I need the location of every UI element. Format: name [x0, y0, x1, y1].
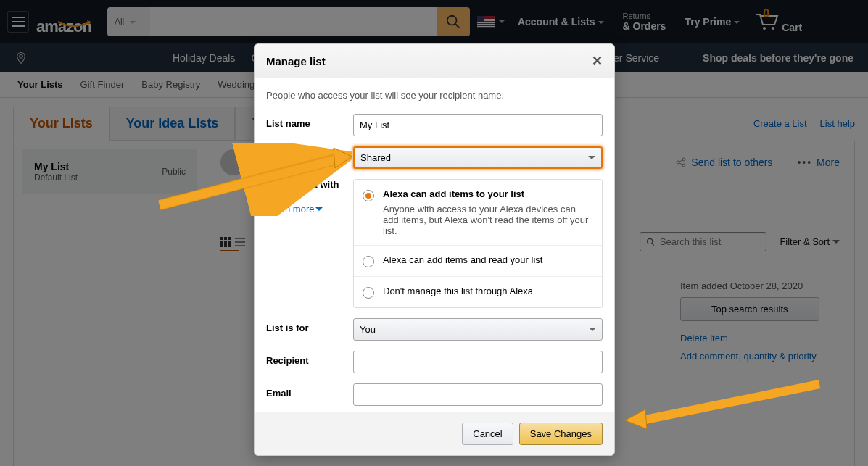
radio-icon[interactable]: [363, 190, 374, 201]
list-name-input[interactable]: [353, 114, 603, 136]
modal-footer: Cancel Save Changes: [255, 412, 614, 455]
save-button[interactable]: Save Changes: [519, 423, 603, 445]
alexa-options: Alexa can add items to your list Anyone …: [353, 179, 603, 308]
list-for-label: List is for: [266, 318, 353, 333]
recipient-label: Recipient: [266, 351, 353, 366]
privacy-dropdown[interactable]: Shared: [353, 146, 603, 169]
modal-header: Manage list ✕: [255, 44, 614, 78]
radio-icon[interactable]: [363, 287, 374, 299]
email-input[interactable]: [353, 383, 603, 406]
email-label: Email: [266, 383, 353, 399]
modal-desc: People who access your list will see you…: [266, 90, 603, 101]
manage-list-modal: Manage list ✕ People who access your lis…: [254, 43, 615, 456]
chevron-down-icon: [589, 328, 596, 331]
chevron-down-icon: [315, 207, 323, 211]
alexa-option-none[interactable]: Don't manage this list through Alexa: [354, 277, 602, 307]
cancel-button[interactable]: Cancel: [462, 423, 513, 445]
alexa-label: Manage list with Alexa: [266, 179, 353, 201]
alexa-option-add-read[interactable]: Alexa can add items and read your list: [354, 246, 602, 277]
recipient-input[interactable]: [353, 351, 603, 373]
list-for-dropdown[interactable]: You: [353, 318, 603, 341]
alexa-option-add[interactable]: Alexa can add items to your list Anyone …: [354, 180, 602, 246]
close-icon[interactable]: ✕: [592, 53, 603, 69]
radio-icon[interactable]: [363, 256, 374, 267]
modal-title: Manage list: [266, 55, 326, 67]
learn-more-link[interactable]: Learn more: [266, 204, 323, 215]
privacy-label: Privacy: [266, 146, 353, 162]
list-name-label: List name: [266, 114, 353, 129]
chevron-down-icon: [588, 156, 595, 159]
